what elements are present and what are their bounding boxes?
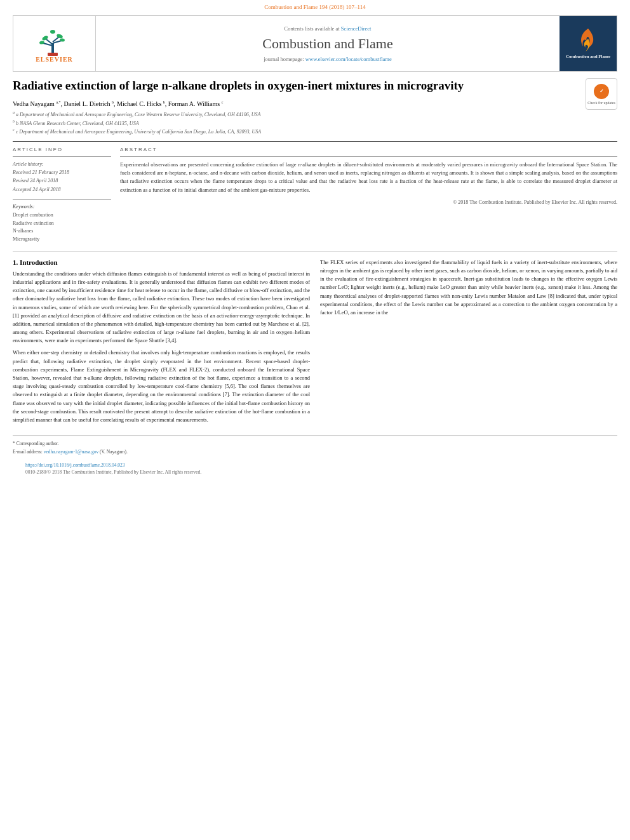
homepage-line: journal homepage: www.elsevier.com/locat… <box>264 56 392 62</box>
check-updates-circle: ✓ <box>594 84 609 99</box>
email-name: (V. Nayagam). <box>100 449 128 455</box>
intro-para-2: When either one-step chemistry or detail… <box>13 349 310 424</box>
received-date: Received 21 February 2018 <box>13 169 111 176</box>
corresponding-author-note: * Corresponding author. <box>13 440 617 447</box>
header-right: Combustion and Flame <box>560 16 617 71</box>
doi-link[interactable]: https://doi.org/10.1016/j.combustflame.2… <box>25 462 125 468</box>
elsevier-logo-svg <box>27 24 81 56</box>
elsevier-brand-text: ELSEVIER <box>36 56 73 63</box>
article-title-text: Radiative extinction of large n-alkane d… <box>13 78 576 136</box>
body-two-col: 1. Introduction Understanding the condit… <box>13 258 617 428</box>
keyword-2: Radiative extinction <box>13 220 111 228</box>
contents-available-line: Contents lists available at ScienceDirec… <box>285 25 372 32</box>
abstract-text: Experimental observations are presented … <box>120 161 617 194</box>
intro-para-1: Understanding the conditions under which… <box>13 270 310 345</box>
journal-title-header: Combustion and Flame <box>262 36 392 52</box>
accepted-date: Accepted 24 April 2018 <box>13 186 111 193</box>
journal-ref: Combustion and Flame 194 (2018) 107–114 <box>264 4 365 10</box>
header-section: ELSEVIER Contents lists available at Sci… <box>13 15 617 72</box>
svg-point-10 <box>50 30 55 34</box>
copyright-line: © 2018 The Combustion Institute. Publish… <box>120 199 617 205</box>
affiliation-c: c c Department of Mechanical and Aerospa… <box>13 127 576 136</box>
homepage-text: journal homepage: <box>264 56 305 62</box>
keyword-4: Microgravity <box>13 236 111 244</box>
body-left-col: 1. Introduction Understanding the condit… <box>13 258 310 428</box>
abstract-label: ABSTRACT <box>120 147 617 152</box>
article-title: Radiative extinction of large n-alkane d… <box>13 78 576 94</box>
flame-logo-svg <box>578 27 598 54</box>
keywords-section: Keywords: Droplet combustion Radiative e… <box>13 199 111 244</box>
affiliation-b: b b NASA Glenn Research Center, Clevelan… <box>13 119 576 128</box>
journal-logo-text: Combustion and Flame <box>566 54 610 60</box>
keywords-label: Keywords: <box>13 204 111 210</box>
email-link[interactable]: vedha.nayagam-1@nasa.gov <box>44 449 98 455</box>
intro-para-3: The FLEX series of experiments also inve… <box>320 258 617 317</box>
email-note: E-mail address: vedha.nayagam-1@nasa.gov… <box>13 448 617 455</box>
top-bar: Combustion and Flame 194 (2018) 107–114 <box>0 0 630 13</box>
check-updates-badge: ✓ Check for updates <box>586 78 617 110</box>
body-right-col: The FLEX series of experiments also inve… <box>320 258 617 428</box>
abstract-column: ABSTRACT Experimental observations are p… <box>120 147 617 244</box>
abstract-box: Experimental observations are presented … <box>120 156 617 205</box>
article-title-section: Radiative extinction of large n-alkane d… <box>13 78 617 142</box>
journal-logo-box: Combustion and Flame <box>563 20 613 67</box>
affiliations: a a Department of Mechanical and Aerospa… <box>13 110 576 136</box>
keyword-1: Droplet combustion <box>13 211 111 220</box>
sciencedirect-link[interactable]: ScienceDirect <box>341 25 372 32</box>
two-col-info-abstract: ARTICLE INFO Article history: Received 2… <box>13 147 617 244</box>
section-divider <box>13 251 617 252</box>
email-label: E-mail address: <box>13 449 44 455</box>
article-info-label: ARTICLE INFO <box>13 147 111 152</box>
revised-date: Revised 24 April 2018 <box>13 177 111 184</box>
introduction-heading: 1. Introduction <box>13 258 310 266</box>
homepage-link[interactable]: www.elsevier.com/locate/combustflame <box>305 56 392 62</box>
main-content: Radiative extinction of large n-alkane d… <box>13 78 617 475</box>
history-label: Article history: <box>13 161 111 168</box>
journal-logo-label: Combustion and Flame <box>566 54 610 60</box>
authors-text: Vedha Nayagam a,*, Daniel L. Dietrich b,… <box>13 100 223 107</box>
issn-text: 0010-2180/© 2018 The Combustion Institut… <box>25 469 605 475</box>
article-info-column: ARTICLE INFO Article history: Received 2… <box>13 147 111 244</box>
page-wrapper: Combustion and Flame 194 (2018) 107–114 <box>0 0 630 475</box>
header-left: ELSEVIER <box>13 16 96 71</box>
header-center: Contents lists available at ScienceDirec… <box>96 16 560 71</box>
svg-rect-1 <box>51 43 54 53</box>
keyword-3: N-alkanes <box>13 227 111 236</box>
article-info-box: Article history: Received 21 February 20… <box>13 156 111 193</box>
footnotes-area: * Corresponding author. E-mail address: … <box>13 436 617 456</box>
authors-line: Vedha Nayagam a,*, Daniel L. Dietrich b,… <box>13 100 576 107</box>
contents-text: Contents lists available at <box>285 25 341 32</box>
check-updates-label: Check for updates <box>587 101 615 105</box>
affiliation-a: a a Department of Mechanical and Aerospa… <box>13 110 576 119</box>
bottom-bar: https://doi.org/10.1016/j.combustflame.2… <box>25 462 605 475</box>
